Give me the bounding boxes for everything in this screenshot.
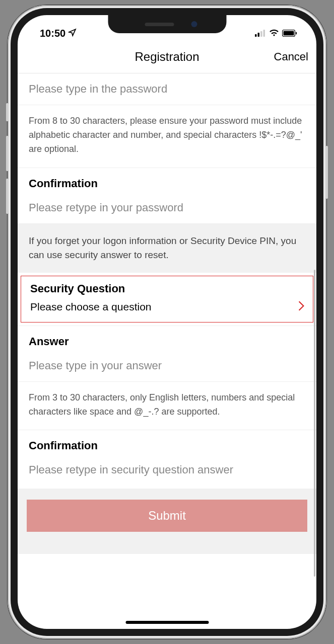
security-question-selector[interactable]: Security Question Please choose a questi… — [21, 276, 313, 323]
cancel-button[interactable]: Cancel — [274, 50, 308, 63]
svg-rect-3 — [263, 30, 265, 37]
security-question-label: Security Question — [30, 282, 305, 295]
password-helper: From 8 to 30 characters, please ensure y… — [18, 105, 316, 168]
content-scroll[interactable]: Please type in the password From 8 to 30… — [18, 73, 316, 629]
phone-notch — [108, 15, 226, 33]
location-icon — [68, 28, 77, 39]
navigation-bar: Registration Cancel — [18, 40, 316, 73]
password-input[interactable]: Please type in the password — [18, 73, 316, 105]
answer-label: Answer — [18, 326, 316, 350]
chevron-right-icon — [298, 300, 305, 314]
answer-input[interactable]: Please type in your answer — [18, 350, 316, 382]
svg-rect-2 — [260, 31, 262, 37]
password-confirm-input[interactable]: Please retype in your password — [18, 192, 316, 224]
status-time: 10:50 — [40, 28, 65, 39]
phone-frame: 10:50 — [8, 5, 326, 639]
svg-rect-6 — [296, 32, 297, 35]
battery-icon — [282, 28, 297, 39]
cellular-signal-icon — [255, 28, 266, 39]
security-question-placeholder: Please choose a question — [30, 301, 152, 313]
page-title: Registration — [135, 50, 199, 64]
svg-rect-0 — [255, 34, 257, 37]
svg-rect-1 — [258, 33, 260, 37]
answer-confirm-label: Confirmation — [18, 430, 316, 454]
wifi-icon — [269, 28, 279, 39]
security-info-text: If you forget your logon information or … — [18, 224, 316, 273]
svg-rect-5 — [284, 31, 294, 36]
answer-confirm-input[interactable]: Please retype in security question answe… — [18, 454, 316, 486]
home-indicator[interactable] — [125, 621, 209, 624]
answer-helper: From 3 to 30 characters, only English le… — [18, 382, 316, 431]
password-confirm-label: Confirmation — [18, 168, 316, 192]
scrollbar[interactable] — [314, 270, 315, 577]
submit-button[interactable]: Submit — [27, 500, 307, 532]
